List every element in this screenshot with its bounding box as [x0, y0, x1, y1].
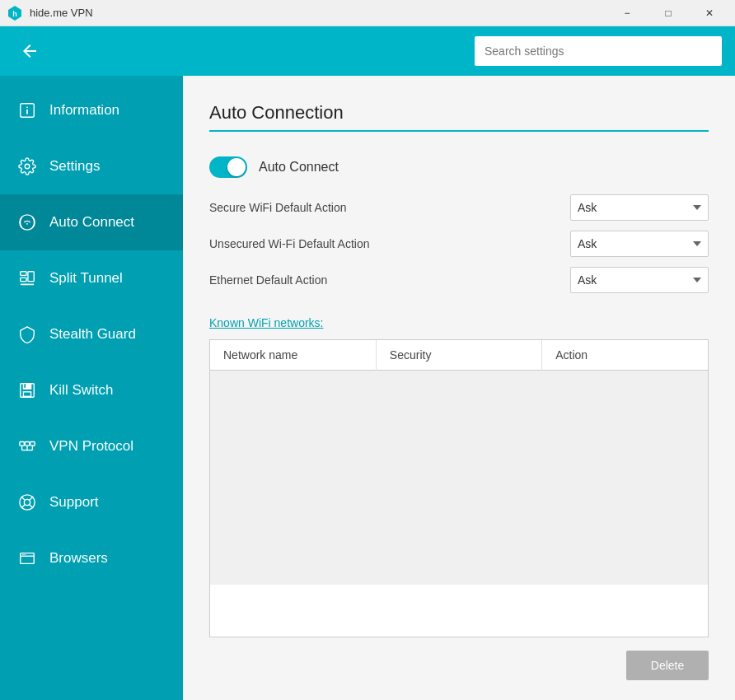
sidebar-label-support: Support: [49, 494, 99, 511]
svg-rect-17: [25, 442, 30, 446]
sidebar-item-vpn-protocol[interactable]: VPN Protocol: [0, 418, 183, 474]
svg-rect-29: [21, 553, 35, 564]
auto-connect-label: Auto Connect: [259, 160, 339, 175]
sidebar: Information Settings Auto: [0, 76, 183, 700]
network-table-wrapper: Network name Security Action: [209, 339, 709, 637]
app-icon: h: [7, 5, 23, 21]
unsecured-wifi-select[interactable]: Ask Connect Disconnect: [570, 231, 709, 257]
browser-icon: [16, 548, 38, 569]
secure-wifi-label: Secure WiFi Default Action: [209, 201, 347, 214]
sidebar-label-stealth-guard: Stealth Guard: [49, 326, 136, 343]
split-icon: [16, 268, 38, 289]
info-icon: [16, 100, 38, 121]
svg-rect-10: [21, 283, 35, 285]
svg-rect-16: [20, 442, 25, 446]
sidebar-label-settings: Settings: [49, 158, 100, 175]
protocol-icon: [16, 436, 38, 457]
sidebar-label-kill-switch: Kill Switch: [49, 382, 113, 399]
network-table-body: [210, 371, 708, 585]
svg-line-27: [30, 497, 34, 501]
svg-point-32: [25, 554, 26, 555]
title-bar-left: h hide.me VPN: [7, 5, 93, 21]
svg-line-26: [30, 505, 34, 509]
sidebar-item-auto-connect[interactable]: Auto Connect: [0, 194, 183, 250]
known-wifi-label[interactable]: Known WiFi networks:: [209, 316, 709, 329]
content-area: Auto Connection Auto Connect Secure WiFi…: [183, 76, 735, 700]
floppy-icon: [16, 380, 38, 401]
footer-row: Delete: [209, 651, 709, 680]
sidebar-item-split-tunnel[interactable]: Split Tunnel: [0, 250, 183, 306]
title-bar: h hide.me VPN − □ ✕: [0, 0, 735, 26]
secure-wifi-select[interactable]: Ask Connect Disconnect: [570, 194, 709, 221]
section-title: Auto Connection: [209, 102, 709, 132]
svg-rect-9: [21, 278, 26, 282]
support-icon: [16, 492, 38, 513]
unsecured-wifi-row: Unsecured Wi-Fi Default Action Ask Conne…: [209, 231, 709, 257]
app-title: hide.me VPN: [30, 7, 93, 19]
sidebar-label-information: Information: [49, 102, 119, 119]
shield-icon: [16, 324, 38, 345]
sidebar-label-auto-connect: Auto Connect: [49, 214, 134, 231]
network-table-header-row: Network name Security Action: [210, 340, 708, 371]
col-network-name: Network name: [210, 340, 376, 371]
back-button[interactable]: [13, 35, 46, 68]
maximize-button[interactable]: □: [649, 0, 687, 26]
svg-rect-11: [28, 272, 34, 282]
search-input[interactable]: [475, 36, 722, 66]
svg-point-7: [26, 223, 28, 225]
col-action: Action: [542, 340, 708, 371]
sidebar-item-support[interactable]: Support: [0, 474, 183, 530]
header-bar: [0, 26, 735, 76]
svg-point-5: [25, 164, 30, 169]
svg-point-4: [26, 106, 28, 108]
sidebar-item-information[interactable]: Information: [0, 82, 183, 138]
ethernet-row: Ethernet Default Action Ask Connect Disc…: [209, 267, 709, 293]
minimize-button[interactable]: −: [608, 0, 646, 26]
svg-line-28: [21, 505, 26, 509]
close-button[interactable]: ✕: [691, 0, 728, 26]
toggle-knob: [227, 158, 246, 176]
sidebar-label-vpn-protocol: VPN Protocol: [49, 438, 133, 455]
sidebar-item-kill-switch[interactable]: Kill Switch: [0, 362, 183, 418]
ethernet-label: Ethernet Default Action: [209, 273, 327, 287]
col-security: Security: [376, 340, 541, 371]
svg-text:h: h: [12, 10, 17, 18]
network-table-head: Network name Security Action: [210, 340, 708, 371]
sidebar-label-split-tunnel: Split Tunnel: [49, 270, 123, 287]
auto-connect-toggle-row: Auto Connect: [209, 156, 709, 178]
svg-rect-18: [30, 442, 35, 446]
svg-rect-8: [21, 272, 26, 276]
main-layout: Information Settings Auto: [0, 76, 735, 700]
svg-rect-15: [23, 392, 30, 397]
auto-connect-toggle[interactable]: [209, 156, 247, 178]
gear-icon: [16, 156, 38, 177]
secure-wifi-row: Secure WiFi Default Action Ask Connect D…: [209, 194, 709, 221]
sidebar-item-settings[interactable]: Settings: [0, 138, 183, 194]
svg-point-31: [22, 554, 23, 555]
sidebar-item-browsers[interactable]: Browsers: [0, 530, 183, 586]
ethernet-select[interactable]: Ask Connect Disconnect: [570, 267, 709, 293]
delete-button[interactable]: Delete: [626, 651, 709, 680]
svg-rect-14: [24, 384, 26, 388]
svg-point-24: [24, 499, 30, 505]
title-bar-controls: − □ ✕: [608, 0, 728, 26]
svg-line-25: [21, 497, 26, 501]
unsecured-wifi-label: Unsecured Wi-Fi Default Action: [209, 237, 370, 250]
network-table: Network name Security Action: [210, 340, 708, 585]
wifi-circle-icon: [16, 212, 38, 233]
sidebar-label-browsers: Browsers: [49, 550, 108, 567]
back-icon: [20, 41, 40, 61]
sidebar-item-stealth-guard[interactable]: Stealth Guard: [0, 306, 183, 362]
